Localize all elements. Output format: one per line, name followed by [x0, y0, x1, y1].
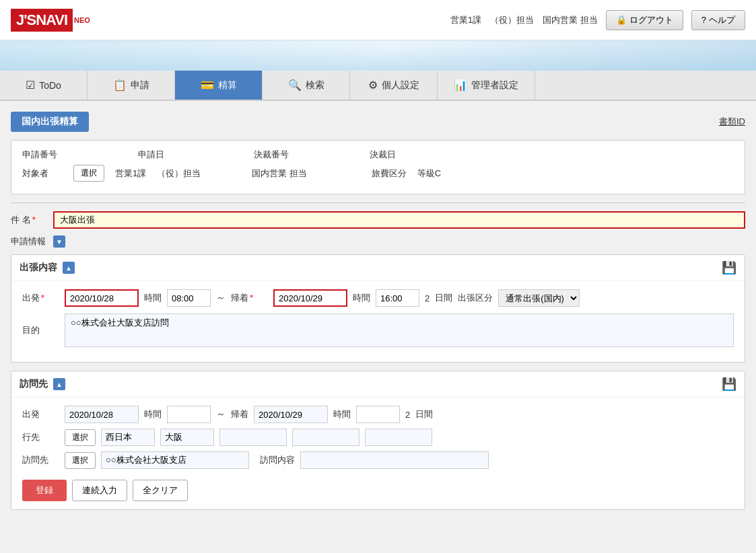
visit-save-icon[interactable]: 💾	[722, 377, 736, 392]
arrival-label: 帰着	[231, 292, 268, 304]
shinsei-icon: 📋	[113, 79, 127, 91]
shuccho-collapse-button[interactable]: ▲	[63, 262, 75, 274]
days-count: 2	[425, 293, 429, 303]
logo: J'SNAVINEO	[11, 9, 90, 32]
arrival-time-input[interactable]	[376, 289, 419, 307]
shuccho-label: 出張内容	[20, 262, 57, 274]
register-button[interactable]: 登録	[22, 480, 67, 501]
tab-kensaku[interactable]: 🔍 検索	[263, 71, 350, 100]
visit-place-select-button[interactable]: 選択	[65, 452, 96, 469]
destination-region-input[interactable]	[101, 429, 155, 446]
visit-section: 訪問先 ▲ 💾 出発 時間 ～ 帰着 時間 2 日間 行先	[11, 371, 745, 510]
todo-icon: ☑	[26, 79, 35, 91]
visit-place-label: 訪問先	[22, 454, 59, 466]
app-info-row2: 対象者 選択 営業1課 （役）担当 国内営業 担当 旅費区分 等級C	[22, 165, 734, 182]
tab-shinsei[interactable]: 📋 申請	[88, 71, 175, 100]
visit-section-header: 訪問先 ▲ 💾	[11, 371, 745, 398]
department-value: 営業1課	[115, 168, 146, 180]
application-info-panel: 申請番号 申請日 決裁番号 決裁日 対象者 選択 営業1課 （役）担当 国内営業…	[11, 140, 745, 194]
main-content: 国内出張精算 書類ID 申請番号 申請日 決裁番号 決裁日 対象者 選択 営業1…	[0, 101, 756, 529]
tab-kanri-label: 管理者設定	[471, 79, 518, 91]
role-value: （役）担当	[157, 168, 201, 180]
destination-row: 行先 選択	[22, 429, 734, 446]
tab-todo[interactable]: ☑ ToDo	[0, 71, 88, 100]
help-button[interactable]: ? ヘルプ	[691, 10, 745, 30]
skyline-banner	[0, 40, 756, 71]
question-icon: ?	[701, 15, 706, 25]
logout-button[interactable]: 🔒 ログアウト	[606, 10, 683, 30]
visit-arrival-date-input[interactable]	[254, 406, 328, 423]
departure-time-input[interactable]	[167, 289, 211, 307]
tab-todo-label: ToDo	[39, 80, 61, 91]
tab-seisan[interactable]: 💳 精算	[175, 71, 263, 100]
shuccho-section-header: 出張内容 ▲ 💾	[11, 255, 745, 281]
kanri-icon: 📊	[454, 79, 467, 91]
bottom-buttons: 登録 連続入力 全クリア	[22, 474, 734, 501]
visit-content-input[interactable]	[300, 451, 489, 469]
visit-body: 出発 時間 ～ 帰着 時間 2 日間 行先 選択	[11, 398, 745, 509]
shuccho-section: 出張内容 ▲ 💾 出発 時間 ～ 帰着 時間 2 日間 出張区分 通常	[11, 254, 745, 363]
seisan-icon: 💳	[201, 79, 214, 91]
destination-city-input[interactable]	[160, 429, 214, 446]
visit-departure-date-input[interactable]	[65, 406, 139, 423]
departure-date-input[interactable]	[65, 289, 139, 307]
arrival-time-label: 時間	[353, 292, 370, 304]
section-title-button[interactable]: 国内出張精算	[11, 112, 89, 132]
header-right: 営業1課 （役）担当 国内営業 担当 🔒 ログアウト ? ヘルプ	[450, 10, 745, 30]
target-person-label: 対象者	[22, 168, 63, 180]
arrival-date-input[interactable]	[273, 289, 347, 307]
clear-button[interactable]: 全クリア	[133, 480, 188, 501]
visit-arrival-time-input[interactable]	[356, 406, 400, 423]
kojin-icon: ⚙	[368, 79, 378, 91]
destination-detail1-input[interactable]	[219, 429, 287, 446]
destination-detail2-input[interactable]	[292, 429, 359, 446]
visit-dep-arr-row: 出発 時間 ～ 帰着 時間 2 日間	[22, 406, 734, 423]
visit-arr-time-label: 時間	[333, 408, 351, 420]
departure-label: 出発	[22, 292, 59, 304]
trip-type-select[interactable]: 通常出張(国内) 通常出張(海外) その他	[498, 289, 580, 307]
purpose-label: 目的	[22, 324, 59, 336]
section-header: 国内出張精算 書類ID	[11, 112, 745, 132]
destination-select-button[interactable]: 選択	[65, 429, 96, 446]
visit-place-input[interactable]	[101, 451, 249, 469]
shinsei-info-row: 申請情報 ▼	[11, 235, 745, 248]
logo-text: J'SNAVI	[11, 9, 73, 32]
continuous-button[interactable]: 連続入力	[72, 480, 127, 501]
visit-place-row: 訪問先 選択 訪問内容	[22, 451, 734, 469]
tilde1: ～	[216, 292, 226, 304]
visit-title: 訪問先 ▲	[20, 378, 65, 390]
department2-value: 国内営業 担当	[252, 168, 307, 180]
visit-departure-time-input[interactable]	[167, 406, 211, 423]
logo-neo: NEO	[74, 16, 90, 24]
tab-shinsei-label: 申請	[131, 79, 149, 91]
departure-arrival-row: 出発 時間 ～ 帰着 時間 2 日間 出張区分 通常出張(国内) 通常出張(海外…	[22, 289, 734, 307]
shinsei-info-collapse-button[interactable]: ▼	[53, 235, 65, 248]
tab-kojin-label: 個人設定	[382, 79, 419, 91]
visit-days-label: 日間	[415, 408, 433, 420]
target-person-select-button[interactable]: 選択	[73, 165, 104, 182]
visit-days-count: 2	[405, 410, 410, 420]
subject-input[interactable]	[53, 211, 745, 229]
tab-seisan-label: 精算	[218, 79, 237, 91]
visit-departure-label: 出発	[22, 408, 59, 420]
shuccho-save-icon[interactable]: 💾	[722, 260, 736, 275]
app-number-label: 申請番号	[22, 149, 63, 161]
visit-label: 訪問先	[20, 378, 48, 390]
tab-kojin[interactable]: ⚙ 個人設定	[350, 71, 438, 100]
travel-class-label: 旅費区分	[372, 168, 407, 180]
departure-time-label: 時間	[144, 292, 162, 304]
purpose-textarea[interactable]: ○○株式会社大阪支店訪問	[65, 314, 734, 347]
travel-class-value: 等級C	[417, 168, 441, 180]
tab-kanri[interactable]: 📊 管理者設定	[438, 71, 535, 100]
visit-collapse-button[interactable]: ▲	[53, 378, 65, 390]
shinsei-info-label: 申請情報	[11, 235, 48, 248]
destination-detail3-input[interactable]	[365, 429, 432, 446]
tab-kensaku-label: 検索	[306, 79, 324, 91]
destination-label: 行先	[22, 431, 59, 443]
header: J'SNAVINEO 営業1課 （役）担当 国内営業 担当 🔒 ログアウト ? …	[0, 0, 756, 40]
decision-number-label: 決裁番号	[254, 149, 294, 161]
app-date-label: 申請日	[138, 149, 178, 161]
visit-dep-time-label: 時間	[144, 408, 162, 420]
tilde2: ～	[216, 408, 226, 420]
shuccho-title: 出張内容 ▲	[20, 262, 75, 274]
